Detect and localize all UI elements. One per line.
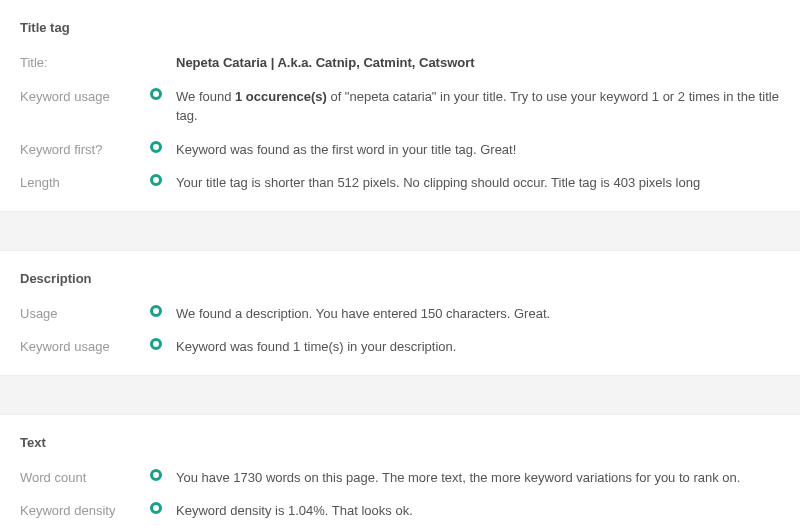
label: Word count — [20, 468, 150, 488]
row-keyword-density: Keyword density Keyword density is 1.04%… — [20, 501, 780, 521]
status-ok-icon — [150, 338, 162, 350]
section-heading: Text — [20, 435, 780, 450]
section-divider — [0, 375, 800, 415]
icon-slot — [150, 53, 176, 54]
status-ok-icon — [150, 88, 162, 100]
section-title-tag: Title tag Title: Nepeta Cataria | A.k.a.… — [0, 0, 800, 211]
icon-slot — [150, 337, 176, 350]
section-heading: Title tag — [20, 20, 780, 35]
section-divider — [0, 211, 800, 251]
row-usage: Usage We found a description. You have e… — [20, 304, 780, 324]
row-title: Title: Nepeta Cataria | A.k.a. Catnip, C… — [20, 53, 780, 73]
icon-slot — [150, 468, 176, 481]
label: Keyword first? — [20, 140, 150, 160]
icon-slot — [150, 304, 176, 317]
section-text: Text Word count You have 1730 words on t… — [0, 415, 800, 529]
label: Keyword density — [20, 501, 150, 521]
label: Keyword usage — [20, 87, 150, 107]
value: Your title tag is shorter than 512 pixel… — [176, 173, 780, 193]
label: Usage — [20, 304, 150, 324]
row-keyword-usage: Keyword usage Keyword was found 1 time(s… — [20, 337, 780, 357]
value: We found 1 occurence(s) of "nepeta catar… — [176, 87, 780, 126]
value: We found a description. You have entered… — [176, 304, 780, 324]
icon-slot — [150, 140, 176, 153]
label: Title: — [20, 53, 150, 73]
value: Keyword was found as the first word in y… — [176, 140, 780, 160]
value: Nepeta Cataria | A.k.a. Catnip, Catmint,… — [176, 53, 780, 73]
row-keyword-first: Keyword first? Keyword was found as the … — [20, 140, 780, 160]
row-length: Length Your title tag is shorter than 51… — [20, 173, 780, 193]
status-ok-icon — [150, 469, 162, 481]
section-description: Description Usage We found a description… — [0, 251, 800, 375]
label: Length — [20, 173, 150, 193]
icon-slot — [150, 173, 176, 186]
status-ok-icon — [150, 502, 162, 514]
row-keyword-usage: Keyword usage We found 1 occurence(s) of… — [20, 87, 780, 126]
status-ok-icon — [150, 305, 162, 317]
icon-slot — [150, 501, 176, 514]
text-before: We found — [176, 89, 235, 104]
icon-slot — [150, 87, 176, 100]
value: Keyword density is 1.04%. That looks ok. — [176, 501, 780, 521]
status-ok-icon — [150, 141, 162, 153]
section-heading: Description — [20, 271, 780, 286]
label: Keyword usage — [20, 337, 150, 357]
text-bold: 1 occurence(s) — [235, 89, 327, 104]
row-word-count: Word count You have 1730 words on this p… — [20, 468, 780, 488]
value: Keyword was found 1 time(s) in your desc… — [176, 337, 780, 357]
value: You have 1730 words on this page. The mo… — [176, 468, 780, 488]
status-ok-icon — [150, 174, 162, 186]
